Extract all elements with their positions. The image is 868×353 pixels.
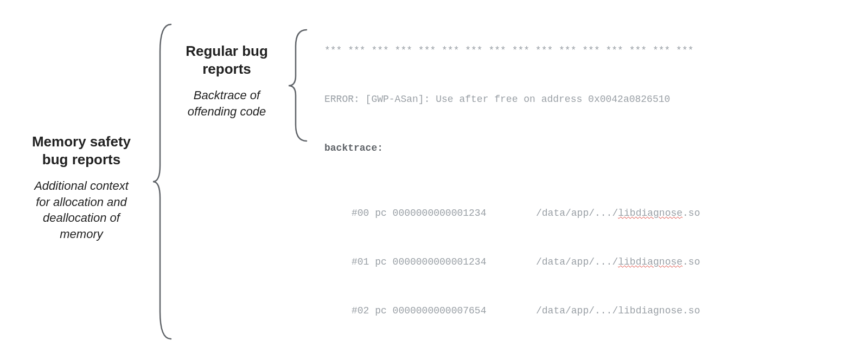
outer-sub-l4: memory [60,227,103,241]
backtrace-header: backtrace: [324,140,867,156]
inner-title-l2: reports [202,61,251,77]
brace-inner-icon [288,27,309,146]
separator-stars: *** *** *** *** *** *** *** *** *** *** … [324,42,867,59]
outer-sub-l2: for allocation and [36,195,127,209]
outer-sub-l3: deallocation of [43,211,120,224]
inner-sub-l1: Backtrace of [194,88,260,102]
inner-sub-l2: offending code [188,105,266,118]
memory-safety-label: Memory safety bug reports Additional con… [11,133,152,242]
brace-outer-icon [152,22,174,342]
outer-title-l1: Memory safety [32,133,131,150]
error-line: ERROR: [GWP-ASan]: Use after free on add… [324,91,867,107]
inner-title-l1: Regular bug [186,43,268,59]
outer-title-l2: bug reports [42,151,120,168]
crash-log: *** *** *** *** *** *** *** *** *** *** … [324,10,867,353]
outer-sub-l1: Additional context [34,179,129,192]
backtrace-row: #00 pc 0000000000001234/data/app/.../lib… [324,205,867,221]
backtrace-row: #02 pc 0000000000007654/data/app/.../lib… [324,303,867,319]
backtrace-row: #01 pc 0000000000001234/data/app/.../lib… [324,254,867,270]
regular-bug-label: Regular bug reports Backtrace of offendi… [173,42,281,119]
